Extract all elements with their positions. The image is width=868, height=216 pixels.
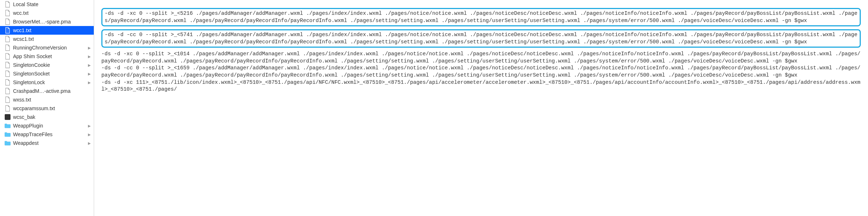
folder-icon (4, 140, 11, 146)
file-item[interactable]: SingletonCookie▶ (0, 61, 94, 69)
file-item[interactable]: WeappTraceFiles▶ (0, 130, 94, 139)
folder-icon (4, 122, 11, 129)
file-item-label: SingletonSocket (13, 71, 87, 77)
file-item-label: CrashpadM…-active.pma (13, 88, 91, 94)
file-item[interactable]: Local State (0, 0, 94, 9)
file-item[interactable]: SingletonSocket▶ (0, 69, 94, 78)
file-item-label: wcc.txt (13, 10, 91, 16)
chevron-right-icon: ▶ (88, 63, 91, 67)
chevron-right-icon: ▶ (88, 133, 91, 137)
file-icon (4, 44, 11, 51)
highlighted-block-2: -ds -d -cc 0 --split >_<5741 ./pages/add… (101, 29, 861, 48)
chevron-right-icon: ▶ (88, 55, 91, 59)
file-item[interactable]: RunningChromeVersion▶ (0, 43, 94, 52)
file-item[interactable]: wxss.txt (0, 95, 94, 104)
file-content-view[interactable]: -ds -d -xc 0 --split >_<5216 ./pages/add… (94, 0, 868, 216)
file-item-label: Weappdest (13, 140, 87, 146)
file-icon (4, 70, 11, 77)
file-item-label: wccparamssum.txt (13, 105, 91, 111)
file-item[interactable]: wcsc1.txt (0, 35, 94, 43)
file-item[interactable]: wccparamssum.txt (0, 104, 94, 113)
file-item-label: wxss.txt (13, 97, 91, 103)
file-icon (4, 96, 11, 103)
file-item[interactable]: SingletonLock▶ (0, 78, 94, 87)
file-item[interactable]: WeappPlugin▶ (0, 121, 94, 130)
file-item[interactable]: CrashpadM…-active.pma (0, 87, 94, 95)
file-item[interactable]: wcc1.txt (0, 26, 94, 35)
file-item-label: Local State (13, 1, 91, 7)
text-content: -ds -d -xc 0 --split >_<1014 ./pages/add… (101, 51, 861, 93)
exec-icon (4, 114, 11, 120)
file-icon (4, 88, 11, 94)
chevron-right-icon: ▶ (88, 141, 91, 145)
highlighted-block-1: -ds -d -xc 0 --split >_<5216 ./pages/add… (101, 8, 861, 26)
file-item-label: RunningChromeVersion (13, 45, 87, 51)
file-item[interactable]: Weappdest▶ (0, 139, 94, 147)
file-item-label: wcsc_bak (13, 114, 91, 120)
file-item-label: wcc1.txt (13, 27, 91, 33)
file-item-label: WeappTraceFiles (13, 131, 87, 137)
chevron-right-icon: ▶ (88, 46, 91, 50)
file-icon (4, 79, 11, 86)
folder-icon (4, 131, 11, 138)
file-icon (4, 18, 11, 25)
file-item[interactable]: BrowserMet…-spare.pma (0, 17, 94, 26)
text-content: -ds -d -xc 0 --split >_<5216 ./pages/add… (105, 10, 858, 24)
file-icon (4, 53, 11, 60)
file-item-label: App Shim Socket (13, 53, 87, 59)
file-item-label: wcsc1.txt (13, 36, 91, 42)
file-item[interactable]: wcc.txt (0, 9, 94, 17)
file-item-label: BrowserMet…-spare.pma (13, 19, 91, 25)
file-icon (4, 105, 11, 112)
chevron-right-icon: ▶ (88, 124, 91, 128)
file-icon (4, 1, 11, 8)
file-item[interactable]: App Shim Socket▶ (0, 52, 94, 61)
file-item[interactable]: wcsc_bak (0, 113, 94, 121)
file-sidebar[interactable]: Local State wcc.txt BrowserMet…-spare.pm… (0, 0, 94, 216)
file-item-label: SingletonLock (13, 79, 87, 85)
file-icon (4, 62, 11, 68)
file-item-label: WeappPlugin (13, 123, 87, 129)
file-icon (4, 10, 11, 16)
text-content: -ds -d -cc 0 --split >_<5741 ./pages/add… (105, 31, 858, 46)
chevron-right-icon: ▶ (88, 81, 91, 85)
chevron-right-icon: ▶ (88, 72, 91, 76)
file-icon (4, 36, 11, 42)
file-icon (4, 27, 11, 34)
file-item-label: SingletonCookie (13, 62, 87, 68)
